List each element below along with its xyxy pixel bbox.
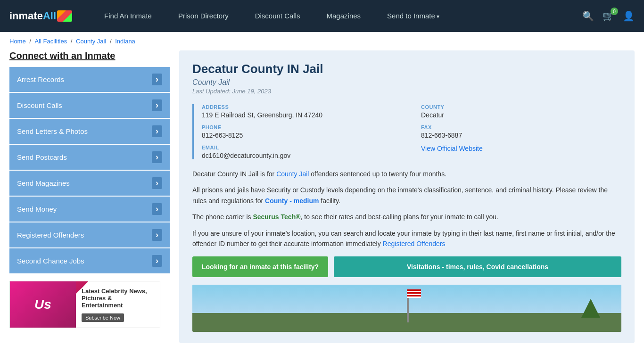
securus-link[interactable]: Securus Tech® (253, 213, 300, 221)
tree (581, 299, 600, 318)
nav-links: Find An Inmate Prison Directory Discount… (91, 0, 582, 33)
logo-icon (57, 10, 72, 22)
county-jail-link[interactable]: County Jail (276, 170, 309, 178)
sidebar-title: Connect with an Inmate (9, 50, 170, 61)
chevron-right-icon: › (152, 151, 162, 163)
visitations-button[interactable]: Visitations - times, rules, Covid cancel… (334, 256, 621, 277)
chevron-right-icon: › (152, 177, 162, 189)
facility-address: ADDRESS 119 E Railroad St, Greensburg, I… (202, 104, 402, 119)
nav-icons: 🔍 🛒 0 👤 (582, 10, 635, 22)
chevron-right-icon: › (152, 255, 162, 267)
logo[interactable]: inmateAll (9, 10, 72, 22)
county-medium-link[interactable]: County - medium (265, 197, 319, 205)
nav-prison-directory[interactable]: Prison Directory (165, 0, 242, 33)
breadcrumb-indiana[interactable]: Indiana (115, 38, 135, 45)
facility-info-grid: ADDRESS 119 E Railroad St, Greensburg, I… (192, 104, 621, 159)
facility-fax: FAX 812-663-6887 (421, 124, 621, 139)
phone-value: 812-663-8125 (202, 132, 402, 139)
facility-phone: PHONE 812-663-8125 (202, 124, 402, 139)
user-icon[interactable]: 👤 (623, 10, 635, 22)
county-label: COUNTY (421, 104, 621, 110)
county-value: Decatur (421, 111, 621, 119)
find-inmate-button[interactable]: Looking for an inmate at this facility? (192, 256, 328, 277)
email-value: dc1610@decaturcounty.in.gov (202, 152, 402, 159)
registered-offenders-link[interactable]: Registered Offenders (383, 240, 446, 247)
action-buttons: Looking for an inmate at this facility? … (192, 256, 621, 277)
breadcrumb-home[interactable]: Home (9, 38, 26, 45)
facility-title: Decatur County IN Jail (192, 62, 621, 76)
phone-label: PHONE (202, 124, 402, 130)
facility-image (192, 285, 621, 332)
breadcrumb-county-jail[interactable]: County Jail (76, 38, 106, 45)
sidebar-ad-content: Latest Celebrity News, Pictures & Entert… (76, 283, 160, 327)
chevron-right-icon: › (152, 74, 162, 85)
sidebar-ad-brand: Us (10, 281, 76, 328)
address-label: ADDRESS (202, 104, 402, 110)
desc-para-4: If you are unsure of your inmate's locat… (192, 228, 621, 249)
sidebar-menu: Arrest Records › Discount Calls › Send L… (9, 67, 170, 273)
sidebar-ad-subscribe-button[interactable]: Subscribe Now (82, 313, 124, 322)
main-layout: Connect with an Inmate Arrest Records › … (0, 50, 644, 343)
cart-icon[interactable]: 🛒 0 (603, 10, 614, 22)
desc-para-2: All prisons and jails have Security or C… (192, 185, 621, 206)
breadcrumb: Home / All Facilities / County Jail / In… (0, 32, 644, 50)
facility-updated: Last Updated: June 19, 2023 (192, 88, 621, 95)
sidebar-item-send-magazines[interactable]: Send Magazines › (9, 171, 170, 196)
fax-label: FAX (421, 124, 621, 130)
facility-description: Decatur County IN Jail is for County Jai… (192, 169, 621, 249)
fax-value: 812-663-6887 (421, 132, 621, 139)
desc-para-1: Decatur County IN Jail is for County Jai… (192, 169, 621, 179)
facility-county: COUNTY Decatur (421, 104, 621, 119)
nav-find-inmate[interactable]: Find An Inmate (91, 0, 165, 33)
nav-magazines[interactable]: Magazines (314, 0, 374, 33)
nav-discount-calls[interactable]: Discount Calls (242, 0, 314, 33)
sidebar-item-arrest-records[interactable]: Arrest Records › (9, 67, 170, 92)
sidebar-item-second-chance-jobs[interactable]: Second Chance Jobs › (9, 248, 170, 273)
facility-content: Decatur County IN Jail County Jail Last … (179, 50, 635, 343)
search-icon[interactable]: 🔍 (582, 10, 594, 22)
sidebar-item-send-letters[interactable]: Send Letters & Photos › (9, 119, 170, 144)
logo-text: inmateAll (9, 10, 56, 22)
sidebar-item-send-money[interactable]: Send Money › (9, 197, 170, 222)
chevron-right-icon: › (152, 229, 162, 241)
email-label: EMAIL (202, 145, 402, 150)
chevron-right-icon: › (152, 203, 162, 215)
facility-email: EMAIL dc1610@decaturcounty.in.gov (202, 145, 402, 159)
sidebar: Connect with an Inmate Arrest Records › … (9, 50, 170, 328)
cart-badge: 0 (611, 8, 618, 15)
website-link[interactable]: View Official Website (421, 145, 483, 152)
flag (407, 289, 421, 298)
nav-send-to-inmate[interactable]: Send to Inmate (374, 0, 453, 33)
sidebar-item-send-postcards[interactable]: Send Postcards › (9, 145, 170, 170)
sidebar-ad-title: Latest Celebrity News, Pictures & Entert… (82, 288, 154, 309)
desc-para-3: The phone carrier is Securus Tech®, to s… (192, 212, 621, 222)
chevron-right-icon: › (152, 125, 162, 137)
sidebar-item-discount-calls[interactable]: Discount Calls › (9, 93, 170, 118)
sidebar-ad[interactable]: Us Latest Celebrity News, Pictures & Ent… (9, 281, 160, 328)
address-value: 119 E Railroad St, Greensburg, IN 47240 (202, 111, 402, 119)
facility-website: View Official Website (421, 145, 621, 159)
sidebar-item-registered-offenders[interactable]: Registered Offenders › (9, 222, 170, 247)
facility-type: County Jail (192, 78, 621, 87)
navbar: inmateAll Find An Inmate Prison Director… (0, 0, 644, 32)
chevron-right-icon: › (152, 99, 162, 111)
breadcrumb-all-facilities[interactable]: All Facilities (35, 38, 67, 45)
